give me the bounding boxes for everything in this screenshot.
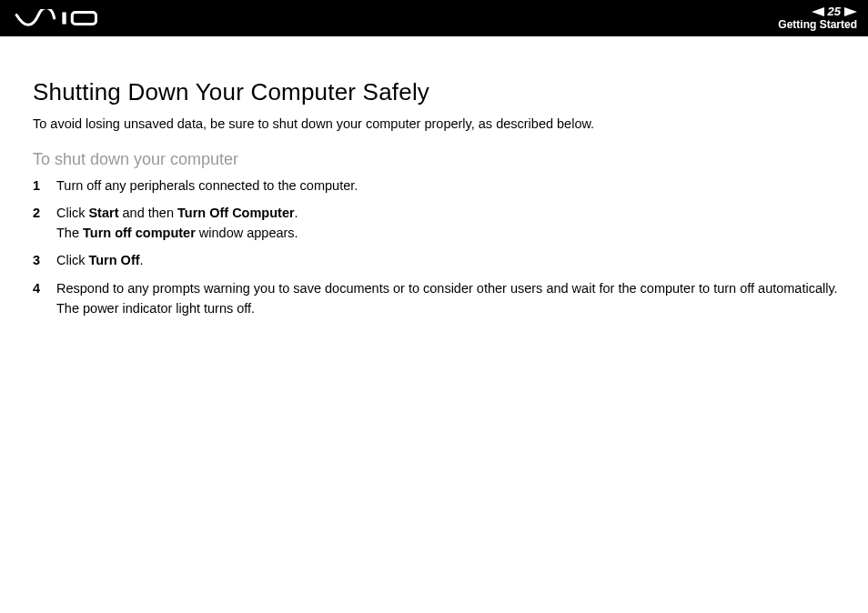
intro-text: To avoid losing unsaved data, be sure to… bbox=[33, 116, 843, 134]
step-body: Click Start and then Turn Off Computer.T… bbox=[56, 204, 843, 243]
step-number: 3 bbox=[33, 251, 56, 269]
text: . bbox=[140, 253, 144, 267]
text: and then bbox=[119, 206, 178, 220]
step-item: 2Click Start and then Turn Off Computer.… bbox=[33, 204, 843, 243]
step-number: 1 bbox=[33, 176, 56, 195]
bold-text: Turn off computer bbox=[83, 226, 196, 240]
step-body: Click Turn Off. bbox=[56, 251, 843, 269]
text: Turn off any peripherals connected to th… bbox=[56, 178, 358, 193]
sub-heading: To shut down your computer bbox=[33, 150, 843, 169]
section-name: Getting Started bbox=[778, 19, 857, 31]
step-line: Turn off any peripherals connected to th… bbox=[56, 176, 843, 195]
step-body: Respond to any prompts warning you to sa… bbox=[56, 279, 843, 318]
step-line: Respond to any prompts warning you to sa… bbox=[56, 279, 843, 297]
step-line: Click Turn Off. bbox=[56, 251, 843, 269]
next-page-icon[interactable] bbox=[844, 7, 857, 16]
bold-text: Turn Off bbox=[88, 253, 139, 267]
page-title: Shutting Down Your Computer Safely bbox=[33, 78, 843, 106]
svg-marker-3 bbox=[844, 7, 857, 16]
prev-page-icon[interactable] bbox=[812, 7, 824, 16]
svg-rect-0 bbox=[62, 12, 66, 24]
svg-rect-1 bbox=[72, 12, 96, 24]
steps-list: 1Turn off any peripherals connected to t… bbox=[33, 176, 843, 318]
bold-text: Turn Off Computer bbox=[177, 206, 295, 220]
step-line: The power indicator light turns off. bbox=[56, 299, 843, 317]
vaio-logo bbox=[15, 9, 102, 27]
bold-text: Start bbox=[88, 206, 118, 220]
svg-marker-2 bbox=[812, 7, 824, 16]
page-number: 25 bbox=[828, 5, 841, 18]
step-line: The Turn off computer window appears. bbox=[56, 224, 843, 242]
step-line: Click Start and then Turn Off Computer. bbox=[56, 204, 843, 222]
step-item: 1Turn off any peripherals connected to t… bbox=[33, 176, 843, 195]
text: Respond to any prompts warning you to sa… bbox=[56, 281, 838, 296]
step-item: 4Respond to any prompts warning you to s… bbox=[33, 279, 843, 318]
step-number: 4 bbox=[33, 279, 56, 297]
document-page: 25 Getting Started Shutting Down Your Co… bbox=[0, 0, 868, 613]
text: The bbox=[56, 226, 83, 240]
text: The power indicator light turns off. bbox=[56, 301, 255, 316]
header-right: 25 Getting Started bbox=[778, 5, 857, 30]
step-item: 3Click Turn Off. bbox=[33, 251, 843, 269]
header-bar: 25 Getting Started bbox=[0, 0, 868, 36]
page-navigation: 25 bbox=[812, 5, 857, 18]
step-number: 2 bbox=[33, 204, 56, 222]
text: Click bbox=[56, 253, 88, 267]
text: Click bbox=[56, 206, 88, 220]
content-area: Shutting Down Your Computer Safely To av… bbox=[0, 36, 868, 317]
step-body: Turn off any peripherals connected to th… bbox=[56, 176, 843, 195]
text: window appears. bbox=[196, 226, 298, 240]
text: . bbox=[295, 206, 298, 220]
